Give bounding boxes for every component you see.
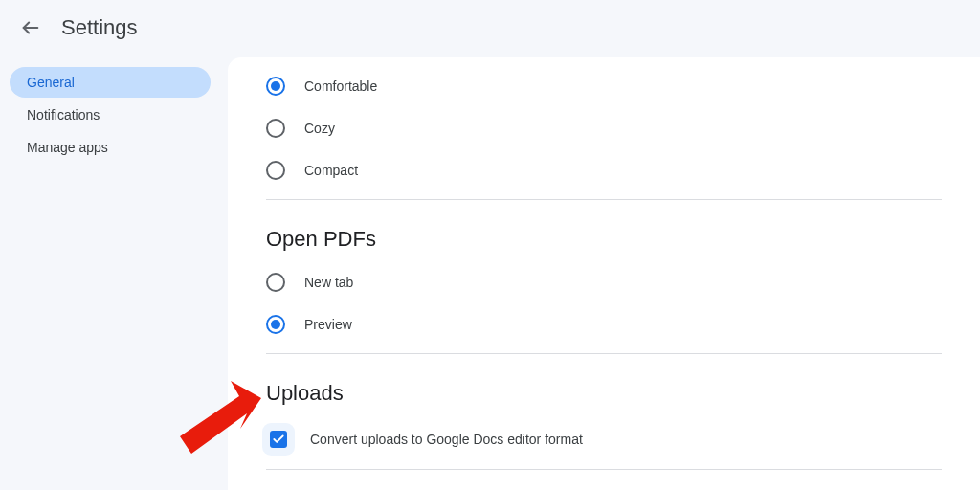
- radio-icon[interactable]: [266, 77, 285, 96]
- section-divider: [266, 199, 942, 200]
- sidebar-item-label: General: [27, 75, 75, 90]
- sidebar-item-label: Manage apps: [27, 140, 108, 155]
- sidebar-item-general[interactable]: General: [10, 67, 211, 98]
- radio-label: New tab: [304, 275, 353, 290]
- sidebar-item-label: Notifications: [27, 107, 100, 122]
- radio-label: Preview: [304, 317, 352, 332]
- density-option-compact[interactable]: Compact: [266, 149, 942, 191]
- open-pdfs-option-preview[interactable]: Preview: [266, 303, 942, 345]
- page-title: Settings: [61, 15, 138, 40]
- settings-main-card: Comfortable Cozy Compact Open PDFs New t…: [228, 57, 980, 490]
- radio-label: Comfortable: [304, 78, 377, 94]
- section-divider: [266, 353, 942, 354]
- radio-label: Cozy: [304, 121, 335, 136]
- radio-label: Compact: [304, 163, 358, 178]
- back-arrow-icon[interactable]: [19, 16, 42, 39]
- settings-header: Settings: [0, 0, 980, 57]
- checkbox-label: Convert uploads to Google Docs editor fo…: [310, 432, 583, 447]
- radio-icon[interactable]: [266, 273, 285, 292]
- radio-icon[interactable]: [266, 315, 285, 334]
- sidebar-item-manage-apps[interactable]: Manage apps: [10, 132, 211, 163]
- uploads-convert-row[interactable]: Convert uploads to Google Docs editor fo…: [266, 415, 942, 461]
- radio-icon[interactable]: [266, 161, 285, 180]
- settings-sidebar: General Notifications Manage apps: [0, 57, 220, 490]
- density-option-cozy[interactable]: Cozy: [266, 107, 942, 149]
- checkbox-icon[interactable]: [270, 431, 287, 448]
- sidebar-item-notifications[interactable]: Notifications: [10, 100, 211, 130]
- section-divider: [266, 469, 942, 470]
- uploads-heading: Uploads: [266, 381, 942, 406]
- radio-icon[interactable]: [266, 119, 285, 138]
- open-pdfs-option-new-tab[interactable]: New tab: [266, 261, 942, 303]
- density-option-comfortable[interactable]: Comfortable: [266, 57, 942, 107]
- open-pdfs-heading: Open PDFs: [266, 227, 942, 252]
